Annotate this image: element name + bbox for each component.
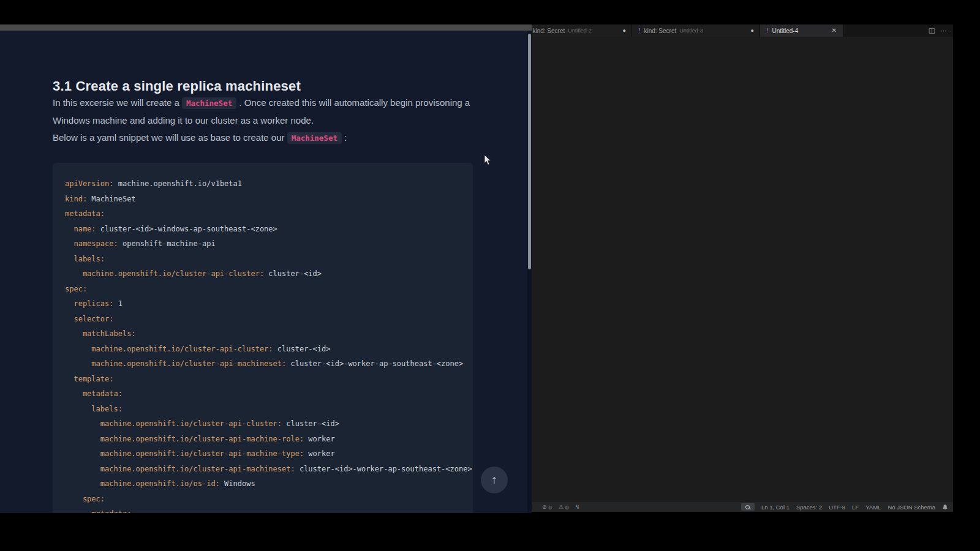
yaml-key: machine.openshift.io/cluster-api-machine… [65, 359, 286, 368]
screen: !kind: SecretUntitled-2●!kind: SecretUnt… [0, 0, 980, 551]
yaml-key: spec: [65, 495, 105, 503]
status-error-count: 0 [549, 504, 552, 511]
status-bar: ⊘0⚠0↯ Ln 1, Col 1Spaces: 2UTF-8LFYAMLNo … [521, 502, 953, 512]
yaml-value: worker [304, 435, 335, 443]
editor-area[interactable] [521, 37, 953, 502]
tab-title: kind: Secret [532, 28, 565, 34]
split-editor-icon[interactable] [929, 28, 935, 34]
yaml-key: selector: [65, 315, 113, 323]
yaml-key: kind: [65, 195, 87, 203]
yaml-key: matchLabels: [65, 329, 136, 338]
code-line: machine.openshift.io/cluster-api-cluster… [65, 266, 461, 282]
code-line: machine.openshift.io/cluster-api-machine… [65, 432, 461, 447]
code-line: machine.openshift.io/cluster-api-machine… [65, 446, 461, 462]
status-lf[interactable]: LF [852, 504, 859, 511]
unsaved-dot-icon[interactable]: ● [751, 28, 754, 34]
yaml-value: cluster-<id>-worker-ap-southeast-<zone> [286, 359, 463, 368]
error-icon: ⊘ [542, 504, 547, 510]
notifications-bell-icon[interactable] [942, 504, 948, 511]
yaml-file-icon: ! [766, 28, 769, 34]
warning-icon: ⚠ [559, 504, 564, 510]
status-warning-count: 0 [565, 504, 568, 511]
inline-code-machineset: MachineSet [182, 97, 236, 109]
yaml-key: apiVersion: [65, 179, 113, 188]
zoom-indicator[interactable] [741, 503, 755, 511]
code-line: labels: [65, 252, 461, 267]
yaml-key: machine.openshift.io/cluster-api-cluster… [65, 345, 273, 353]
window-top-edge [0, 24, 532, 31]
code-line: machine.openshift.io/cluster-api-machine… [65, 462, 461, 477]
code-line: apiVersion: machine.openshift.io/v1beta1 [65, 176, 461, 192]
code-line: selector: [65, 312, 461, 327]
yaml-value: cluster-<id> [282, 419, 339, 428]
close-icon[interactable]: ✕ [831, 27, 838, 34]
tab-description: Untitled-3 [679, 28, 703, 34]
yaml-value: worker [304, 449, 335, 458]
yaml-key: replicas: [65, 299, 113, 308]
status-yaml[interactable]: YAML [865, 504, 881, 511]
scroll-to-top-button[interactable]: ↑ [481, 467, 508, 493]
yaml-key: metadata: [65, 389, 123, 398]
code-line: machine.openshift.io/os-id: Windows [65, 476, 461, 492]
yaml-key: name: [65, 225, 96, 233]
status-warning[interactable]: ⚠0 [559, 504, 568, 511]
code-line: spec: [65, 492, 461, 507]
page-title: 3.1 Create a single replica machineset [53, 78, 473, 94]
status-utf-8[interactable]: UTF-8 [829, 504, 845, 511]
docs-scrollbar[interactable] [527, 31, 532, 513]
editor-actions: ⋯ [922, 24, 953, 37]
status-error[interactable]: ⊘0 [542, 504, 552, 511]
screencast-icon: ↯ [575, 504, 580, 510]
arrow-up-icon: ↑ [491, 473, 497, 487]
code-line: template: [65, 372, 461, 387]
magnifier-icon [745, 505, 750, 509]
docs-content: 3.1 Create a single replica machineset I… [53, 54, 473, 513]
yaml-key: machine.openshift.io/cluster-api-machine… [65, 449, 304, 458]
intro-paragraph: In this excersie we will create a Machin… [53, 94, 473, 129]
yaml-key: metadata: [65, 209, 105, 218]
yaml-value: 1 [113, 299, 122, 308]
yaml-value: cluster-<id> [273, 345, 331, 353]
yaml-value: cluster-<id>-worker-ap-southeast-<zone> [295, 465, 472, 473]
status-bar-right: Ln 1, Col 1Spaces: 2UTF-8LFYAMLNo JSON S… [741, 503, 948, 511]
tab-untitled-4[interactable]: !Untitled-4✕ [760, 24, 844, 37]
tab-untitled-3[interactable]: !kind: SecretUntitled-3● [632, 24, 760, 37]
status-ln-1-col-1[interactable]: Ln 1, Col 1 [761, 504, 790, 511]
code-line: machine.openshift.io/cluster-api-cluster… [65, 342, 461, 357]
docs-window: 3.1 Create a single replica machineset I… [0, 24, 532, 513]
unsaved-dot-icon[interactable]: ● [623, 28, 626, 34]
yaml-key: machine.openshift.io/cluster-api-cluster… [65, 269, 264, 278]
docs-scrollbar-thumb[interactable] [528, 34, 531, 269]
code-line: metadata: [65, 506, 461, 513]
tab-title: Untitled-4 [772, 28, 798, 34]
yaml-intro-paragraph: Below is a yaml snippet we will use as b… [53, 129, 473, 147]
code-line: namespace: openshift-machine-api [65, 236, 461, 252]
code-line: labels: [65, 402, 461, 417]
yaml-code-block: apiVersion: machine.openshift.io/v1beta1… [53, 163, 473, 513]
yaml-value: openshift-machine-api [118, 239, 216, 248]
status-no-json-schema[interactable]: No JSON Schema [888, 504, 935, 511]
editor-tab-bar: !kind: SecretUntitled-2●!kind: SecretUnt… [521, 24, 953, 37]
code-line: machine.openshift.io/cluster-api-cluster… [65, 416, 461, 432]
yaml-value: Windows [220, 479, 255, 488]
yaml-key: spec: [65, 285, 87, 293]
mouse-cursor [484, 154, 492, 168]
code-line: matchLabels: [65, 326, 461, 342]
yaml-key: namespace: [65, 239, 118, 248]
yaml-key: template: [65, 375, 113, 383]
code-line: replicas: 1 [65, 296, 461, 312]
tabs-container: !kind: SecretUntitled-2●!kind: SecretUnt… [521, 24, 844, 37]
yaml-key: machine.openshift.io/cluster-api-cluster… [65, 419, 282, 428]
code-line: metadata: [65, 386, 461, 402]
status-spaces-2[interactable]: Spaces: 2 [796, 504, 822, 511]
status-bar-left: ⊘0⚠0↯ [526, 503, 580, 511]
tab-untitled-2[interactable]: !kind: SecretUntitled-2● [521, 24, 632, 37]
inline-code-machineset: MachineSet [287, 132, 342, 144]
yaml-key: machine.openshift.io/cluster-api-machine… [65, 435, 304, 443]
more-actions-icon[interactable]: ⋯ [940, 28, 947, 34]
code-line: metadata: [65, 206, 461, 222]
tab-title: kind: Secret [644, 28, 676, 34]
yaml-key: machine.openshift.io/cluster-api-machine… [65, 465, 295, 473]
yaml-key: metadata: [65, 509, 131, 513]
status-screencast[interactable]: ↯ [575, 504, 580, 510]
